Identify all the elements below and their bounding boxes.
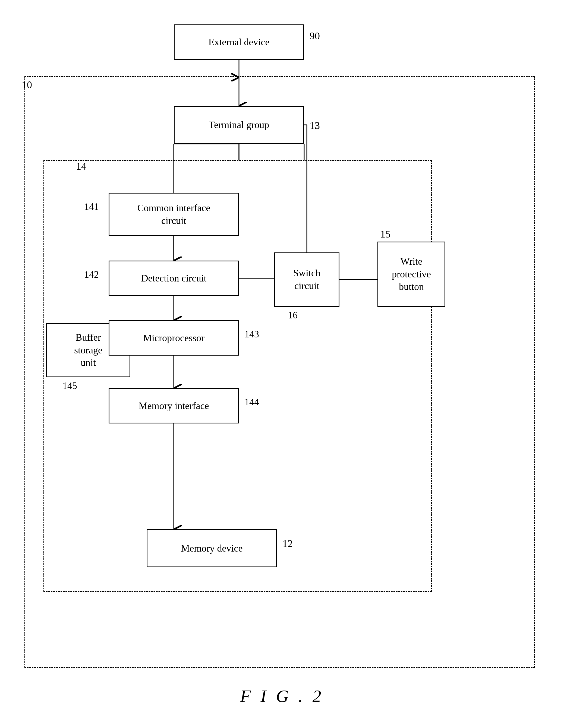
memory-interface-box: Memory interface xyxy=(109,388,239,423)
buffer-storage-label: Buffer storage unit xyxy=(74,331,102,369)
microprocessor-box: Microprocessor xyxy=(109,320,239,356)
detection-circuit-box: Detection circuit xyxy=(109,261,239,296)
switch-circuit-box: Switch circuit xyxy=(274,252,340,307)
label-10: 10 xyxy=(22,79,32,91)
memory-device-box: Memory device xyxy=(147,529,277,567)
label-141: 141 xyxy=(84,201,99,212)
terminal-group-label: Terminal group xyxy=(209,119,269,131)
label-13: 13 xyxy=(310,119,320,131)
label-142: 142 xyxy=(84,269,99,280)
terminal-group-box: Terminal group xyxy=(174,106,304,144)
label-143: 143 xyxy=(244,328,259,340)
figure-label: F I G . 2 xyxy=(240,686,324,706)
common-interface-label: Common interface circuit xyxy=(137,202,210,227)
memory-interface-label: Memory interface xyxy=(139,400,209,412)
detection-circuit-label: Detection circuit xyxy=(141,272,207,285)
write-protective-label: Write protective button xyxy=(392,255,431,293)
common-interface-box: Common interface circuit xyxy=(109,193,239,236)
label-14: 14 xyxy=(76,160,86,172)
write-protective-box: Write protective button xyxy=(378,242,445,307)
label-145: 145 xyxy=(62,380,77,391)
microprocessor-label: Microprocessor xyxy=(143,332,204,344)
label-16: 16 xyxy=(288,309,298,321)
label-15: 15 xyxy=(380,228,391,240)
external-device-label: External device xyxy=(208,36,269,49)
label-12: 12 xyxy=(283,537,293,549)
memory-device-label: Memory device xyxy=(181,542,243,555)
external-device-box: External device xyxy=(174,24,304,60)
label-90: 90 xyxy=(310,30,320,42)
switch-circuit-label: Switch circuit xyxy=(293,267,321,292)
label-144: 144 xyxy=(244,396,259,408)
